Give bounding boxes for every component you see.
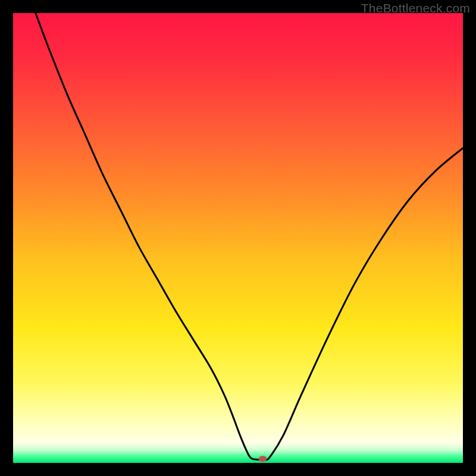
chart-svg — [13, 13, 463, 463]
chart-frame: TheBottleneck.com — [0, 0, 476, 476]
plot-area — [13, 13, 463, 463]
watermark-text: TheBottleneck.com — [361, 1, 470, 15]
optimal-point-marker — [259, 456, 267, 462]
gradient-background — [13, 13, 463, 463]
